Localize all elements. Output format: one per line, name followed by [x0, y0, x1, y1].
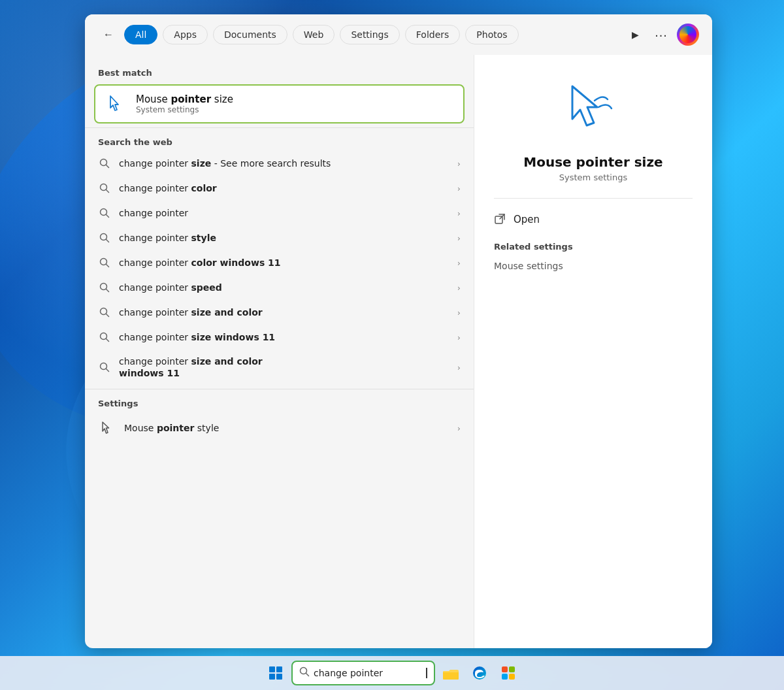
tab-folders[interactable]: Folders — [405, 25, 461, 44]
search-icon-5 — [98, 256, 111, 269]
start-button[interactable] — [263, 660, 289, 686]
chevron-icon-8: › — [457, 333, 461, 342]
taskbar-search-box[interactable]: change pointer — [291, 661, 435, 685]
svg-rect-32 — [509, 674, 515, 680]
taskbar: change pointer — [0, 656, 784, 690]
settings-pointer-icon — [98, 419, 116, 437]
tab-documents[interactable]: Documents — [213, 25, 287, 44]
search-web-label: Search the web — [85, 132, 474, 151]
search-result-text-9: change pointer size and colorwindows 11 — [119, 355, 449, 379]
search-result-text-8: change pointer size windows 11 — [119, 331, 449, 343]
best-match-bold: pointer — [171, 93, 211, 105]
svg-rect-27 — [443, 672, 459, 680]
magnify-icon-4 — [99, 233, 110, 243]
related-settings-section: Related settings Mouse settings — [494, 242, 693, 274]
mouse-pointer-settings-icon — [99, 420, 115, 436]
settings-item-label-1: Mouse pointer style — [124, 423, 449, 433]
related-settings-title: Related settings — [494, 242, 693, 252]
left-panel: Best match Mouse pointer size System set… — [85, 55, 474, 648]
open-external-icon — [494, 213, 507, 226]
search-result-5[interactable]: change pointer color windows 11 › — [85, 250, 474, 275]
tab-photos[interactable]: Photos — [465, 25, 518, 44]
right-panel: Mouse pointer size System settings Open … — [474, 55, 712, 648]
search-result-1[interactable]: change pointer size - See more search re… — [85, 151, 474, 176]
search-result-7[interactable]: change pointer size and color › — [85, 300, 474, 325]
search-icon-4 — [98, 231, 111, 244]
search-icon-3 — [98, 206, 111, 220]
svg-line-17 — [106, 369, 109, 372]
settings-result-1[interactable]: Mouse pointer style › — [85, 412, 474, 444]
result-subtitle-large: System settings — [559, 172, 627, 182]
play-button[interactable]: ▶ — [625, 24, 645, 45]
taskbar-search-text: change pointer — [314, 668, 422, 678]
external-link-icon — [494, 213, 506, 225]
edge-browser-button[interactable] — [466, 660, 493, 686]
svg-line-1 — [106, 165, 109, 168]
search-result-text-7: change pointer size and color — [119, 306, 449, 318]
open-label: Open — [514, 214, 540, 225]
search-result-3[interactable]: change pointer › — [85, 201, 474, 225]
svg-rect-23 — [276, 674, 282, 680]
svg-line-13 — [106, 314, 109, 317]
magnify-icon-3 — [99, 208, 110, 218]
windows-logo-icon — [269, 666, 283, 680]
svg-rect-22 — [269, 674, 275, 680]
best-match-text: Mouse pointer size System settings — [136, 93, 454, 114]
divider-after-best — [85, 127, 474, 128]
divider-before-settings — [85, 389, 474, 389]
copilot-button[interactable] — [677, 24, 699, 46]
svg-line-9 — [106, 265, 109, 267]
best-match-icon — [105, 92, 128, 116]
best-match-item[interactable]: Mouse pointer size System settings — [94, 84, 465, 123]
chevron-icon-5: › — [457, 258, 461, 268]
chevron-icon-3: › — [457, 208, 461, 218]
chevron-icon-7: › — [457, 308, 461, 318]
tab-settings[interactable]: Settings — [340, 25, 399, 44]
copilot-icon — [679, 26, 696, 43]
main-content: Best match Mouse pointer size System set… — [85, 55, 712, 648]
magnify-icon-8 — [99, 332, 110, 342]
nav-bar: ← All Apps Documents Web Settings Folder… — [85, 14, 712, 55]
svg-rect-21 — [276, 666, 282, 672]
file-explorer-button[interactable] — [438, 660, 464, 686]
search-result-2[interactable]: change pointer color › — [85, 176, 474, 201]
best-match-label: Best match — [85, 63, 474, 82]
back-button[interactable]: ← — [98, 24, 119, 45]
open-button-row[interactable]: Open — [494, 210, 693, 229]
chevron-icon-1: › — [457, 159, 461, 169]
magnify-icon-7 — [99, 307, 110, 318]
svg-line-15 — [106, 339, 109, 342]
search-panel: ← All Apps Documents Web Settings Folder… — [85, 14, 712, 648]
svg-rect-30 — [509, 666, 515, 672]
search-result-text-2: change pointer color — [119, 182, 449, 194]
mouse-pointer-large-icon — [561, 81, 626, 140]
settings-section-label: Settings — [85, 393, 474, 412]
chevron-icon-6: › — [457, 283, 461, 293]
search-magnify-icon — [299, 666, 310, 677]
tab-web[interactable]: Web — [293, 25, 335, 44]
taskbar-cursor — [426, 668, 427, 678]
magnify-icon-9 — [99, 362, 110, 372]
tab-apps[interactable]: Apps — [163, 25, 208, 44]
svg-line-5 — [106, 215, 109, 218]
magnify-icon-2 — [99, 183, 110, 193]
edge-icon — [472, 665, 487, 681]
svg-line-3 — [106, 190, 109, 193]
settings-chevron-1: › — [457, 423, 461, 433]
search-result-text-3: change pointer — [119, 207, 449, 219]
search-result-6[interactable]: change pointer speed › — [85, 275, 474, 300]
search-result-8[interactable]: change pointer size windows 11 › — [85, 325, 474, 350]
svg-rect-29 — [502, 666, 508, 672]
related-item-mouse-settings[interactable]: Mouse settings — [494, 258, 693, 274]
result-icon-large — [561, 81, 626, 142]
search-result-text-6: change pointer speed — [119, 282, 449, 293]
search-result-4[interactable]: change pointer style › — [85, 225, 474, 250]
search-result-9[interactable]: change pointer size and colorwindows 11 … — [85, 350, 474, 385]
taskbar-center: change pointer — [263, 660, 521, 686]
more-button[interactable]: ··· — [651, 24, 672, 45]
store-icon — [500, 665, 516, 681]
search-icon-2 — [98, 182, 111, 195]
magnify-icon-1 — [99, 158, 110, 169]
tab-all[interactable]: All — [124, 25, 157, 44]
store-button[interactable] — [495, 660, 521, 686]
